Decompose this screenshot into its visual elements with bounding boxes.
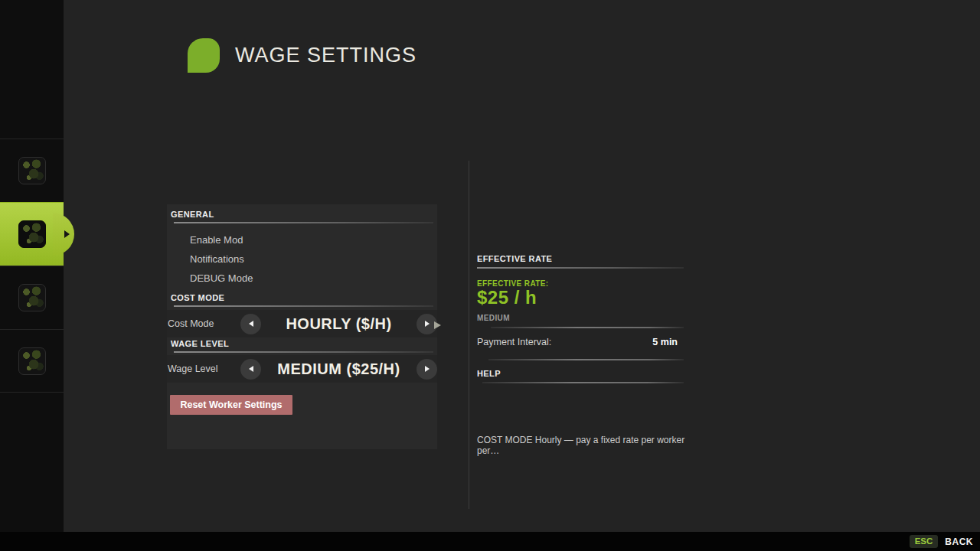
esc-key-badge[interactable]: ESC — [910, 535, 939, 548]
section-header-general: GENERAL — [167, 210, 437, 219]
cost-mode-row: Cost Mode HOURLY ($/H) — [167, 310, 437, 337]
mod-logo-icon — [18, 157, 46, 184]
effective-rate-value: $25 / h — [477, 287, 684, 308]
sidebar-item[interactable] — [0, 329, 64, 393]
wage-level-label: Wage Level — [167, 364, 240, 374]
page-title: WAGE SETTINGS — [235, 44, 416, 67]
back-button[interactable]: BACK — [945, 536, 973, 547]
section-divider — [482, 382, 684, 383]
section-divider — [174, 305, 433, 307]
right-arrow-icon — [64, 230, 70, 238]
mod-sidebar — [0, 0, 64, 532]
sidebar-item[interactable] — [0, 266, 64, 329]
wage-level-value: MEDIUM ($25/H) — [261, 360, 416, 378]
wage-level-next-button[interactable] — [416, 359, 437, 380]
leaf-badge-icon — [188, 38, 220, 73]
reset-worker-settings-button[interactable]: Reset Worker Settings — [170, 395, 292, 415]
selected-bump — [53, 213, 74, 256]
settings-panel: GENERAL Enable Mod Notifications DEBUG M… — [167, 204, 437, 449]
help-text: COST MODE Hourly — pay a fixed rate per … — [477, 435, 707, 456]
section-divider — [174, 222, 433, 223]
mod-logo-icon — [18, 347, 46, 375]
payment-interval-row: Payment Interval: 5 min — [477, 337, 684, 347]
option-debug-mode[interactable]: DEBUG Mode — [190, 272, 253, 284]
cursor-pointer-icon — [434, 321, 441, 329]
page-header: WAGE SETTINGS — [188, 38, 416, 73]
section-header-cost-mode: COST MODE — [167, 293, 437, 302]
payment-interval-label: Payment Interval: — [477, 337, 551, 347]
wage-level-row: Wage Level MEDIUM ($25/H) — [167, 355, 437, 383]
cost-mode-value: HOURLY ($/H) — [261, 315, 416, 333]
wage-level-indicator: MEDIUM — [477, 314, 684, 322]
wage-level-prev-button[interactable] — [240, 359, 261, 380]
sidebar-item[interactable] — [0, 139, 64, 202]
help-header: HELP — [477, 369, 684, 378]
section-divider — [491, 327, 684, 328]
cost-mode-label: Cost Mode — [167, 318, 240, 329]
effective-rate-header: EFFECTIVE RATE — [477, 254, 684, 263]
right-triangle-icon — [425, 366, 430, 372]
mod-logo-icon — [18, 284, 46, 311]
panel-divider — [469, 161, 469, 509]
right-triangle-icon — [425, 321, 430, 327]
option-enable-mod[interactable]: Enable Mod — [190, 234, 243, 246]
section-divider — [488, 359, 684, 360]
left-triangle-icon — [249, 366, 253, 372]
mod-logo-icon — [18, 220, 46, 248]
footer-bar: ESC BACK — [0, 532, 980, 551]
option-notifications[interactable]: Notifications — [190, 253, 244, 265]
section-divider — [477, 267, 684, 269]
section-header-wage-level: WAGE LEVEL — [167, 339, 437, 348]
payment-interval-value: 5 min — [652, 337, 684, 347]
sidebar-item[interactable] — [0, 202, 64, 266]
section-divider — [174, 351, 433, 353]
cost-mode-prev-button[interactable] — [240, 314, 261, 334]
left-triangle-icon — [249, 321, 253, 327]
